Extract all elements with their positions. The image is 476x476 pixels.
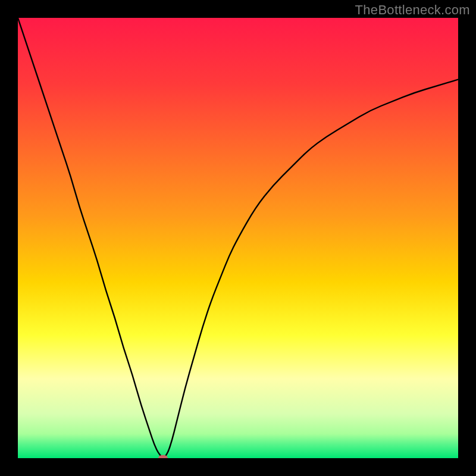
minimum-marker	[158, 455, 168, 459]
chart-frame: TheBottleneck.com	[0, 0, 476, 476]
curve-layer	[18, 18, 458, 458]
watermark-text: TheBottleneck.com	[355, 2, 470, 18]
plot-area	[18, 18, 458, 458]
bottleneck-curve	[18, 18, 458, 457]
